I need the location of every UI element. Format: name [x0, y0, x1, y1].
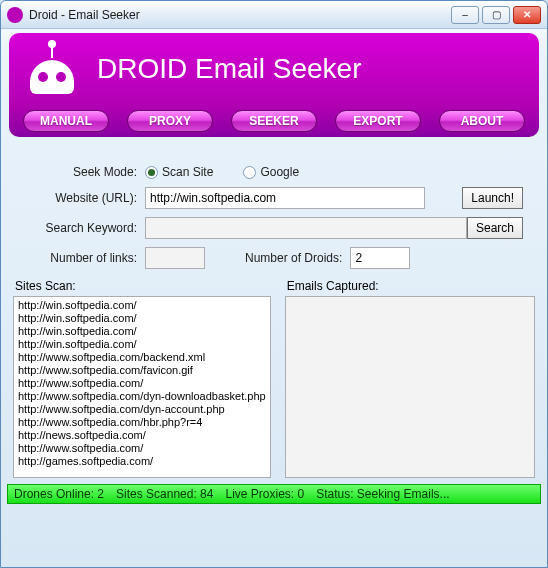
tab-bar: MANUAL PROXY SEEKER EXPORT ABOUT — [9, 105, 539, 137]
list-item[interactable]: http://www.softpedia.com/hbr.php?r=4 — [14, 416, 270, 429]
robot-icon — [27, 44, 77, 94]
keyword-label: Search Keyword: — [25, 221, 145, 235]
list-item[interactable]: http://news.softpedia.com/ — [14, 429, 270, 442]
launch-button[interactable]: Launch! — [462, 187, 523, 209]
list-item[interactable]: http://win.softpedia.com/ — [14, 299, 270, 312]
droids-label: Number of Droids: — [245, 251, 350, 265]
status-proxies: Live Proxies: 0 — [225, 487, 304, 501]
emails-captured-list[interactable] — [285, 296, 535, 478]
minimize-button[interactable]: – — [451, 6, 479, 24]
window-title: Droid - Email Seeker — [29, 8, 140, 22]
titlebar[interactable]: Droid - Email Seeker – ▢ ✕ — [1, 1, 547, 29]
list-item[interactable]: http://www.softpedia.com/backend.xml — [14, 351, 270, 364]
maximize-button[interactable]: ▢ — [482, 6, 510, 24]
sites-scan-label: Sites Scan: — [13, 279, 271, 293]
radio-google[interactable] — [243, 166, 256, 179]
tab-about[interactable]: ABOUT — [439, 110, 525, 132]
emails-captured-label: Emails Captured: — [285, 279, 535, 293]
status-scanned: Sites Scanned: 84 — [116, 487, 213, 501]
app-icon — [7, 7, 23, 23]
list-item[interactable]: http://games.softpedia.com/ — [14, 455, 270, 468]
url-input[interactable] — [145, 187, 425, 209]
list-item[interactable]: http://www.softpedia.com/dyn-downloadbas… — [14, 390, 270, 403]
search-button[interactable]: Search — [467, 217, 523, 239]
close-button[interactable]: ✕ — [513, 6, 541, 24]
list-item[interactable]: http://win.softpedia.com/ — [14, 338, 270, 351]
form-area: Seek Mode: Scan Site Google Website (URL… — [25, 165, 523, 269]
header-banner: DROID Email Seeker — [9, 33, 539, 105]
list-item[interactable]: http://www.softpedia.com/dyn-account.php — [14, 403, 270, 416]
tab-manual[interactable]: MANUAL — [23, 110, 109, 132]
tab-proxy[interactable]: PROXY — [127, 110, 213, 132]
links-label: Number of links: — [25, 251, 145, 265]
list-item[interactable]: http://win.softpedia.com/ — [14, 312, 270, 325]
list-item[interactable]: http://www.softpedia.com/ — [14, 442, 270, 455]
status-drones: Drones Online: 2 — [14, 487, 104, 501]
banner-title: DROID Email Seeker — [97, 53, 362, 85]
status-state: Status: Seeking Emails... — [316, 487, 449, 501]
radio-scan-label[interactable]: Scan Site — [162, 165, 213, 179]
url-label: Website (URL): — [25, 191, 145, 205]
list-item[interactable]: http://www.softpedia.com/ — [14, 377, 270, 390]
tab-seeker[interactable]: SEEKER — [231, 110, 317, 132]
sites-scan-list[interactable]: http://win.softpedia.com/http://win.soft… — [13, 296, 271, 478]
radio-scan-site[interactable] — [145, 166, 158, 179]
tab-export[interactable]: EXPORT — [335, 110, 421, 132]
seek-mode-label: Seek Mode: — [25, 165, 145, 179]
list-item[interactable]: http://win.softpedia.com/ — [14, 325, 270, 338]
droids-input[interactable] — [350, 247, 410, 269]
list-item[interactable]: http://www.softpedia.com/favicon.gif — [14, 364, 270, 377]
keyword-input[interactable] — [145, 217, 467, 239]
status-bar: Drones Online: 2 Sites Scanned: 84 Live … — [7, 484, 541, 504]
links-input[interactable] — [145, 247, 205, 269]
radio-google-label[interactable]: Google — [260, 165, 299, 179]
window-frame: Droid - Email Seeker – ▢ ✕ DROID Email S… — [0, 0, 548, 568]
